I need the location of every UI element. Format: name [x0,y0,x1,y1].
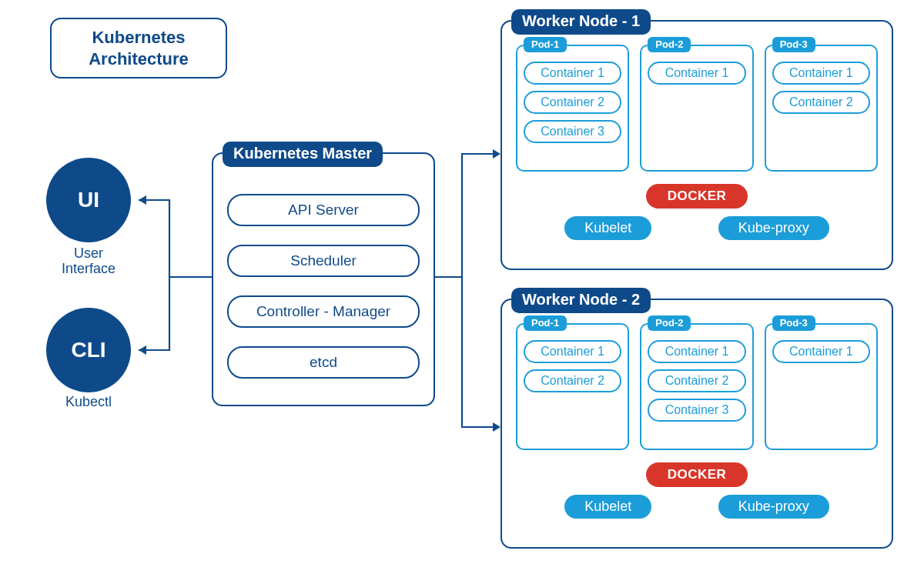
master-title-tab: Kubernetes Master [223,142,383,167]
kubernetes-master-box: Kubernetes Master API Server Scheduler C… [212,152,435,406]
container: Container 3 [524,120,621,143]
pod: Pod-3 Container 1 Container 2 [765,45,878,172]
pod: Pod-1 Container 1 Container 2 [516,323,629,450]
pod-label: Pod-3 [772,37,815,52]
docker-runtime-badge: DOCKER [646,184,748,209]
pod: Pod-2 Container 1 Container 2 Container … [640,323,753,450]
container: Container 2 [648,369,745,392]
pod: Pod-2 Container 1 [640,45,753,172]
container: Container 2 [524,91,621,114]
pod-label: Pod-3 [772,315,815,331]
docker-runtime-badge: DOCKER [646,462,748,487]
master-component: Controller - Manager [227,295,420,328]
master-component: Scheduler [227,245,420,277]
container: Container 2 [524,369,621,392]
pod-label: Pod-2 [648,37,691,52]
pod: Pod-1 Container 1 Container 2 Container … [516,45,629,172]
kubelet-badge: Kubelet [564,216,651,240]
pod-label: Pod-1 [524,37,567,52]
pod-label: Pod-2 [648,315,691,331]
container: Container 1 [524,340,621,363]
pods-row: Pod-1 Container 1 Container 2 Container … [516,45,878,172]
ui-client-label: UserInterface [42,246,135,277]
pod: Pod-3 Container 1 [765,323,878,450]
svg-marker-1 [139,345,146,355]
svg-marker-2 [493,149,500,159]
services-row: Kubelet Kube-proxy [516,216,878,240]
container: Container 3 [648,399,745,422]
pods-row: Pod-1 Container 1 Container 2 Pod-2 Cont… [516,323,878,450]
worker-node-2: Worker Node - 2 Pod-1 Container 1 Contai… [500,299,893,549]
svg-marker-3 [493,422,500,432]
kubeproxy-badge: Kube-proxy [718,495,829,519]
cli-client-label: Kubectl [42,395,135,410]
master-component: API Server [227,194,420,226]
kubeproxy-badge: Kube-proxy [718,216,829,240]
kubelet-badge: Kubelet [564,495,651,519]
cli-client-node: CLI [46,308,131,392]
container: Container 2 [772,91,870,114]
diagram-title: KubernetesArchitecture [50,18,227,78]
container: Container 1 [524,62,621,85]
worker-title-tab: Worker Node - 1 [511,9,651,35]
pod-label: Pod-1 [524,315,567,331]
worker-node-1: Worker Node - 1 Pod-1 Container 1 Contai… [500,20,893,270]
container: Container 1 [648,62,745,85]
worker-title-tab: Worker Node - 2 [511,288,651,313]
services-row: Kubelet Kube-proxy [516,495,878,519]
container: Container 1 [772,340,870,363]
container: Container 1 [772,62,870,85]
ui-client-node: UI [46,158,131,242]
master-component: etcd [227,346,420,379]
container: Container 1 [648,340,745,363]
svg-marker-0 [139,195,146,205]
